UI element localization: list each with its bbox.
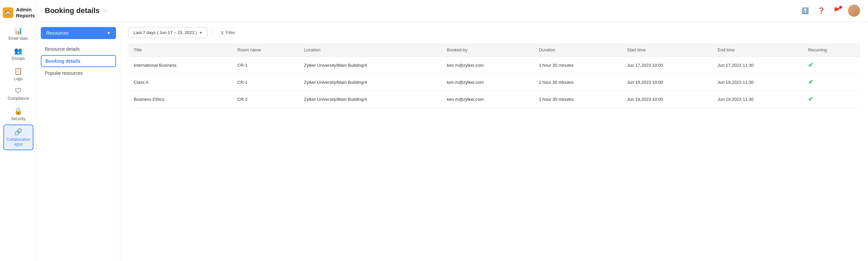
sub-sidebar-item-resource-details[interactable]: Resource details <box>37 43 120 55</box>
date-range-label: Last 7 days ( Jun 17 – 23, 2023 ) <box>133 30 197 35</box>
chevron-down-icon: ▼ <box>199 31 203 35</box>
compliance-icon: 🛡 <box>15 87 22 95</box>
col-start-time: Start time <box>622 43 712 57</box>
sub-sidebar-item-popular-resources[interactable]: Popular resources <box>37 67 120 79</box>
filter-button[interactable]: ⧖ Filter <box>216 27 240 38</box>
security-icon: 🔒 <box>14 107 22 115</box>
collaborative-apps-icon: 🔗 <box>14 128 22 136</box>
page-title: Booking details <box>45 6 100 15</box>
help-button[interactable]: ❓ <box>816 5 827 16</box>
col-location: Location <box>299 43 441 57</box>
col-title: Title <box>128 43 232 57</box>
avatar-image <box>848 5 860 17</box>
recurring-check-icon: ✔ <box>808 79 813 85</box>
sub-sidebar-resources-button[interactable]: Resources ▼ <box>41 27 116 39</box>
flag-button[interactable]: 🚩 <box>832 5 843 16</box>
sub-sidebar-item-booking-details[interactable]: Booking details <box>41 55 116 67</box>
notification-dot <box>839 6 842 9</box>
cell-booked-by: ken.m@zylker.com <box>441 57 533 74</box>
table-row: International BusinessCR-1Zylker Univers… <box>128 57 860 74</box>
cell-end-time: Jun 19,2023 11:30 <box>712 74 803 91</box>
booking-table-container: Title Room name Location Booked by Durat… <box>128 43 860 256</box>
sidebar: 🏠 Admin Reports 📊 Email stats 👥 Groups 📋… <box>0 0 37 261</box>
cell-start-time: Jun 19,2023 10:00 <box>622 91 712 108</box>
email-stats-icon: 📊 <box>14 27 22 35</box>
cell-recurring: ✔ <box>803 74 860 91</box>
cell-room-name: CR-1 <box>232 74 299 91</box>
sidebar-item-logs[interactable]: 📋 Logs <box>3 65 33 84</box>
upload-button[interactable]: ⬆️ <box>800 5 810 16</box>
cell-title: Class A <box>128 74 232 91</box>
app-title: Admin Reports <box>16 7 35 19</box>
sidebar-item-label: Security <box>11 116 25 121</box>
recurring-check-icon: ✔ <box>808 62 813 68</box>
cell-room-name: CR-1 <box>232 57 299 74</box>
sidebar-item-collaborative-apps[interactable]: 🔗 Collaborative apps <box>3 124 33 150</box>
sidebar-item-label: Groups <box>12 56 25 61</box>
logo-icon: 🏠 <box>3 7 13 18</box>
cell-location: Zylker University/Main Building/4 <box>299 91 441 108</box>
cell-location: Zylker University/Main Building/4 <box>299 57 441 74</box>
cell-start-time: Jun 19,2023 10:00 <box>622 74 712 91</box>
table-header-row: Title Room name Location Booked by Durat… <box>128 43 860 57</box>
avatar[interactable] <box>848 5 860 17</box>
header-right: ⬆️ ❓ 🚩 <box>800 5 860 17</box>
table-row: Class ACR-1Zylker University/Main Buildi… <box>128 74 860 91</box>
sidebar-item-groups[interactable]: 👥 Groups <box>3 44 33 64</box>
col-recurring: Recurring <box>803 43 860 57</box>
filter-icon: ⧖ <box>221 30 224 35</box>
toolbar: Last 7 days ( Jun 17 – 23, 2023 ) ▼ ⧖ Fi… <box>128 27 860 38</box>
cell-recurring: ✔ <box>803 57 860 74</box>
cell-start-time: Jun 17,2023 10:00 <box>622 57 712 74</box>
cell-booked-by: ken.m@zylker.com <box>441 74 533 91</box>
cell-end-time: Jun 19,2023 11:30 <box>712 91 803 108</box>
cell-booked-by: ken.m@zylker.com <box>441 91 533 108</box>
cell-title: Business Ethics <box>128 91 232 108</box>
upload-icon: ⬆️ <box>802 7 809 14</box>
sidebar-item-email-stats[interactable]: 📊 Email stats <box>3 24 33 43</box>
sub-sidebar: Resources ▼ Resource details Booking det… <box>37 22 120 261</box>
sidebar-item-compliance[interactable]: 🛡 Compliance <box>3 84 33 104</box>
booking-table: Title Room name Location Booked by Durat… <box>128 43 860 108</box>
chevron-down-icon: ▼ <box>107 31 111 35</box>
cell-recurring: ✔ <box>803 91 860 108</box>
sidebar-item-label: Email stats <box>8 36 28 41</box>
main-area: Booking details ☆ ⬆️ ❓ 🚩 Resources ▼ <box>37 0 868 261</box>
cell-location: Zylker University/Main Building/4 <box>299 74 441 91</box>
cell-duration: 1 hour 30 minutes <box>534 57 622 74</box>
content-area: Resources ▼ Resource details Booking det… <box>37 22 868 261</box>
col-booked-by: Booked by <box>441 43 533 57</box>
date-range-picker[interactable]: Last 7 days ( Jun 17 – 23, 2023 ) ▼ <box>128 27 208 38</box>
col-duration: Duration <box>534 43 622 57</box>
table-row: Business EthicsCR-2Zylker University/Mai… <box>128 91 860 108</box>
toolbar-divider <box>212 29 212 37</box>
col-room-name: Room name <box>232 43 299 57</box>
cell-end-time: Jun 17,2023 11:30 <box>712 57 803 74</box>
header-left: Booking details ☆ <box>45 6 108 15</box>
sub-sidebar-header-label: Resources <box>46 30 68 36</box>
cell-duration: 1 hour 30 minutes <box>534 91 622 108</box>
groups-icon: 👥 <box>14 47 22 55</box>
sidebar-nav: 📊 Email stats 👥 Groups 📋 Logs 🛡 Complian… <box>0 24 36 150</box>
favorite-star-icon[interactable]: ☆ <box>103 7 108 14</box>
cell-title: International Business <box>128 57 232 74</box>
sidebar-item-label: Collaborative apps <box>5 137 31 147</box>
sidebar-item-label: Logs <box>14 76 22 81</box>
header: Booking details ☆ ⬆️ ❓ 🚩 <box>37 0 868 22</box>
recurring-check-icon: ✔ <box>808 96 813 103</box>
report-area: Last 7 days ( Jun 17 – 23, 2023 ) ▼ ⧖ Fi… <box>120 22 868 261</box>
cell-duration: 1 hour 30 minutes <box>534 74 622 91</box>
sidebar-item-security[interactable]: 🔒 Security <box>3 105 33 124</box>
sidebar-item-label: Compliance <box>8 96 29 101</box>
cell-room-name: CR-2 <box>232 91 299 108</box>
col-end-time: End time <box>712 43 803 57</box>
help-icon: ❓ <box>817 7 825 14</box>
logs-icon: 📋 <box>14 67 22 75</box>
app-logo: 🏠 Admin Reports <box>0 3 36 24</box>
